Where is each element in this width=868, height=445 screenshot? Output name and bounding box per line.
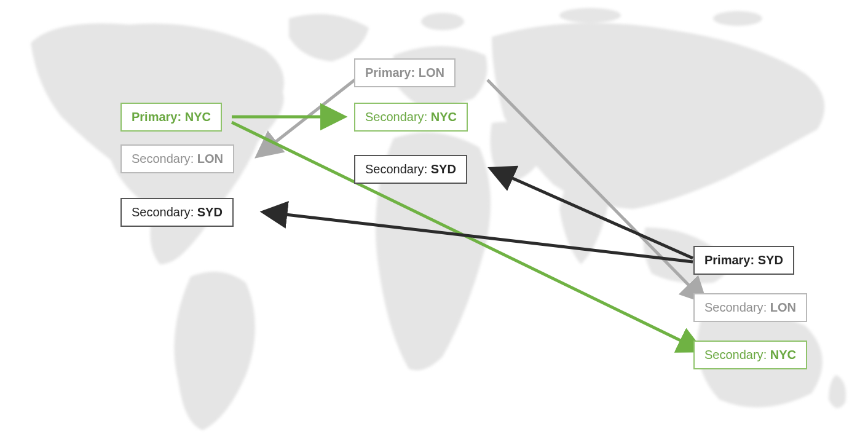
role-label: Secondary (704, 348, 763, 361)
node-primary-syd: Primary: SYD (693, 246, 794, 275)
role-label: Secondary (365, 110, 424, 124)
diagram-canvas: Primary: NYC Secondary: LON Secondary: S… (0, 0, 868, 445)
svg-point-1 (559, 8, 621, 23)
node-secondary-lon-right: Secondary: LON (693, 293, 807, 322)
svg-point-2 (713, 11, 762, 26)
city-label: LON (770, 301, 796, 314)
city-label: LON (197, 152, 223, 165)
city-label: SYD (758, 253, 783, 267)
city-label: NYC (185, 110, 211, 124)
role-label: Secondary (365, 162, 424, 176)
city-label: NYC (431, 110, 457, 124)
node-secondary-lon-left: Secondary: LON (120, 144, 234, 173)
city-label: LON (419, 66, 444, 79)
city-label: NYC (770, 348, 796, 361)
role-label: Secondary (132, 205, 191, 219)
city-label: SYD (197, 205, 223, 219)
role-label: Primary (132, 110, 178, 124)
svg-point-0 (421, 13, 464, 30)
role-label: Primary (365, 66, 411, 79)
role-label: Secondary (132, 152, 191, 165)
role-label: Secondary (704, 301, 763, 314)
role-label: Primary (704, 253, 751, 267)
city-label: SYD (431, 162, 456, 176)
node-secondary-syd-center: Secondary: SYD (354, 155, 467, 184)
node-secondary-nyc-center: Secondary: NYC (354, 103, 468, 132)
node-primary-lon: Primary: LON (354, 58, 456, 87)
node-secondary-nyc-right: Secondary: NYC (693, 341, 807, 369)
node-primary-nyc: Primary: NYC (120, 103, 222, 132)
node-secondary-syd-left: Secondary: SYD (120, 198, 234, 227)
